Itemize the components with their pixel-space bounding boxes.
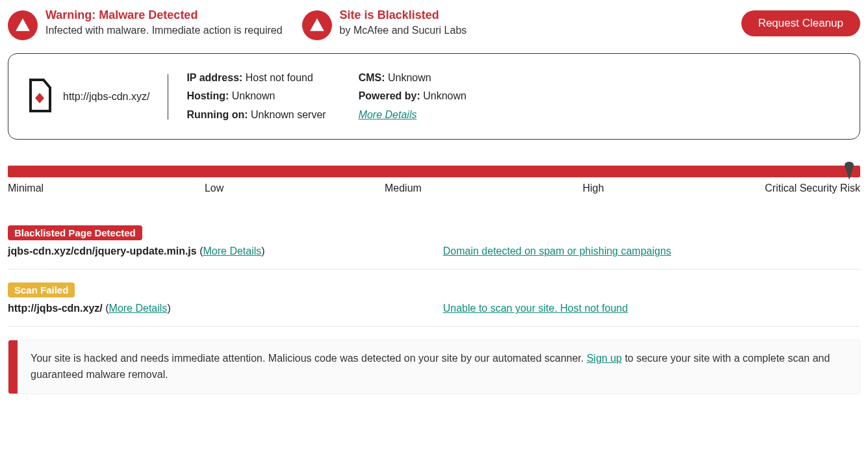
alert-row: Warning: Malware Detected Infected with … bbox=[8, 8, 860, 53]
issue-path: jqbs-cdn.xyz/cdn/jquery-update.min.js bbox=[8, 245, 197, 257]
alert-title: Warning: Malware Detected bbox=[45, 8, 283, 23]
warning-triangle-icon bbox=[302, 10, 332, 40]
risk-label-high: High bbox=[583, 182, 604, 194]
alert-subtitle: by McAfee and Sucuri Labs bbox=[340, 23, 467, 38]
site-details: IP address: Host not found Hosting: Unkn… bbox=[186, 69, 466, 123]
detail-hosting: Hosting: Unknown bbox=[186, 88, 326, 105]
risk-bar-fill bbox=[8, 166, 860, 177]
request-cleanup-button[interactable]: Request Cleanup bbox=[741, 10, 860, 36]
risk-marker-icon bbox=[843, 162, 855, 182]
risk-label-minimal: Minimal bbox=[8, 182, 44, 194]
risk-meter bbox=[8, 166, 860, 177]
detail-powered-by: Powered by: Unknown bbox=[359, 88, 466, 105]
site-identity: http://jqbs-cdn.xyz/ bbox=[27, 74, 168, 119]
infected-page-icon bbox=[27, 79, 53, 114]
site-url: http://jqbs-cdn.xyz/ bbox=[63, 91, 149, 103]
alert-malware: Warning: Malware Detected Infected with … bbox=[8, 8, 283, 40]
issue-path: http://jqbs-cdn.xyz/ bbox=[8, 303, 103, 314]
detail-ip: IP address: Host not found bbox=[186, 69, 326, 86]
more-details-link[interactable]: More Details bbox=[109, 303, 168, 314]
risk-labels: Minimal Low Medium High Critical Securit… bbox=[8, 182, 860, 194]
detail-cms: CMS: Unknown bbox=[359, 69, 466, 86]
alert-blacklist: Site is Blacklisted by McAfee and Sucuri… bbox=[302, 8, 467, 40]
issue-message-link[interactable]: Domain detected on spam or phishing camp… bbox=[443, 245, 671, 257]
risk-label-low: Low bbox=[205, 182, 223, 194]
more-details-link[interactable]: More Details bbox=[359, 109, 417, 120]
alert-title: Site is Blacklisted bbox=[340, 8, 467, 23]
issue-scan-failed: Scan Failed http://jqbs-cdn.xyz/ (More D… bbox=[8, 282, 860, 327]
notice-accent-bar bbox=[8, 340, 18, 394]
notice-text: Your site is hacked and needs immediate … bbox=[18, 340, 860, 394]
issue-blacklisted-page: Blacklisted Page Detected jqbs-cdn.xyz/c… bbox=[8, 225, 860, 270]
risk-label-medium: Medium bbox=[385, 182, 422, 194]
risk-label-critical: Critical Security Risk bbox=[765, 182, 860, 194]
issue-message-link[interactable]: Unable to scan your site. Host not found bbox=[443, 303, 628, 314]
detail-running-on: Running on: Unknown server bbox=[186, 107, 326, 123]
hacked-notice: Your site is hacked and needs immediate … bbox=[8, 340, 860, 394]
status-badge: Scan Failed bbox=[8, 282, 75, 297]
warning-triangle-icon bbox=[8, 10, 38, 40]
alert-subtitle: Infected with malware. Immediate action … bbox=[45, 23, 283, 38]
more-details-link[interactable]: More Details bbox=[203, 245, 262, 257]
status-badge: Blacklisted Page Detected bbox=[8, 225, 142, 240]
sign-up-link[interactable]: Sign up bbox=[587, 353, 622, 364]
site-info-card: http://jqbs-cdn.xyz/ IP address: Host no… bbox=[8, 53, 860, 140]
